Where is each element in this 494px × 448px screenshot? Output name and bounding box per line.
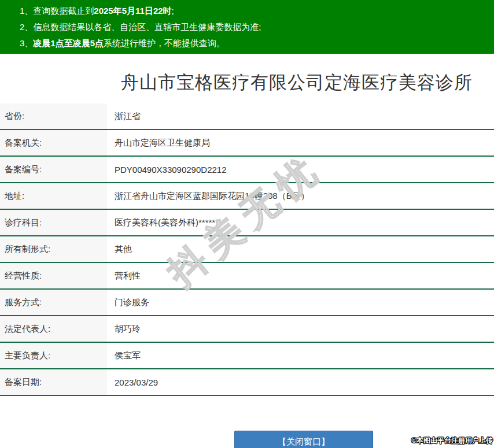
table-row-ownership-form: 所有制形式: 其他: [0, 236, 494, 263]
notice-line-number: 1、: [20, 6, 33, 16]
notice-text-bold: 2025年5月11日22时: [94, 6, 171, 16]
row-label: 所有制形式:: [0, 236, 107, 262]
notice-line-number: 2、: [20, 22, 33, 32]
notice-text: ;: [172, 6, 174, 16]
table-row-filing-number: 备案编号: PDY00490X33090290D2212: [0, 157, 494, 183]
row-label: 服务方式:: [0, 290, 107, 315]
row-value: 门诊服务: [107, 290, 494, 315]
notice-text-bold: 凌晨1点至凌晨5点: [33, 38, 104, 48]
row-value: 胡巧玲: [107, 316, 494, 342]
row-label: 备案编号:: [0, 157, 107, 182]
row-label: 诊疗科目:: [0, 210, 107, 235]
row-value: 浙江省: [107, 103, 494, 129]
page-title: 舟山市宝格医疗有限公司定海医疗美容诊所: [121, 71, 473, 95]
notice-text: 系统进行维护，不能提供查询。: [104, 38, 225, 48]
info-table: 省份: 浙江省 备案机关: 舟山市定海区卫生健康局 备案编号: PDY00490…: [0, 103, 494, 396]
table-row-province: 省份: 浙江省: [0, 103, 494, 130]
row-label: 主要负责人:: [0, 343, 107, 368]
notice-line-3: 3、凌晨1点至凌晨5点系统进行维护，不能提供查询。: [20, 35, 494, 51]
table-row-filing-date: 备案日期: 2023/03/29: [0, 369, 494, 396]
table-row-business-nature: 经营性质: 营利性: [0, 263, 494, 290]
table-row-medical-subjects: 诊疗科目: 医疗美容科(美容外科)******: [0, 210, 494, 236]
row-value: 浙江省舟山市定海区蓝郡国际花园10幢208（B区）: [107, 183, 494, 209]
notice-line-2: 2、信息数据结果以各省、自治区、直辖市卫生健康委数据为准;: [20, 19, 494, 35]
row-value: 医疗美容科(美容外科)******: [107, 210, 494, 235]
row-label: 备案机关:: [0, 130, 107, 155]
close-window-button[interactable]: 【关闭窗口】: [234, 431, 373, 448]
row-value: 营利性: [107, 263, 494, 288]
notice-text: 查询数据截止到: [33, 6, 94, 16]
row-value: PDY00490X33090290D2212: [107, 157, 494, 182]
row-label: 备案日期:: [0, 369, 107, 395]
row-value: 其他: [107, 236, 494, 262]
row-value: 侯宝军: [107, 343, 494, 368]
row-label: 法定代表人:: [0, 316, 107, 342]
table-row-principal: 主要负责人: 侯宝军: [0, 343, 494, 369]
notice-line-1: 1、查询数据截止到2025年5月11日22时;: [20, 3, 494, 19]
notice-text: 信息数据结果以各省、自治区、直辖市卫生健康委数据为准;: [33, 22, 261, 32]
row-value: 舟山市定海区卫生健康局: [107, 130, 494, 155]
uploaded-by-note: ©本图由平台注册用户上传: [411, 436, 493, 446]
row-value: 2023/03/29: [107, 369, 494, 395]
notice-line-number: 3、: [20, 38, 33, 48]
table-row-address: 地址: 浙江省舟山市定海区蓝郡国际花园10幢208（B区）: [0, 183, 494, 210]
table-row-legal-representative: 法定代表人: 胡巧玲: [0, 316, 494, 343]
table-row-filing-authority: 备案机关: 舟山市定海区卫生健康局: [0, 130, 494, 157]
row-label: 地址:: [0, 183, 107, 209]
table-row-service-mode: 服务方式: 门诊服务: [0, 290, 494, 316]
row-label: 省份:: [0, 103, 107, 129]
row-label: 经营性质:: [0, 263, 107, 288]
notice-banner: 1、查询数据截止到2025年5月11日22时; 2、信息数据结果以各省、自治区、…: [0, 0, 494, 54]
